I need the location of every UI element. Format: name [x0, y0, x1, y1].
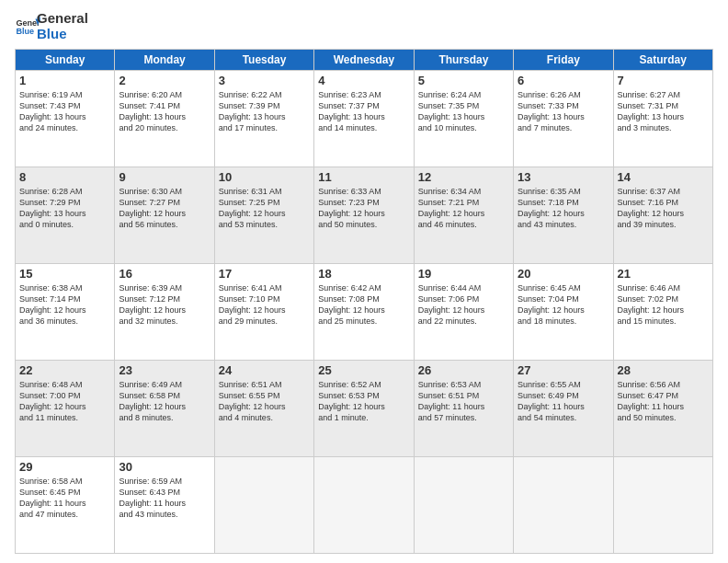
day-number: 21 [618, 267, 709, 281]
cell-info: Sunrise: 6:45 AMSunset: 7:04 PMDaylight:… [518, 282, 609, 327]
day-number: 28 [618, 363, 709, 377]
cell-info: Sunrise: 6:42 AMSunset: 7:08 PMDaylight:… [318, 282, 409, 327]
day-number: 26 [418, 363, 509, 377]
weekday-header-row: SundayMondayTuesdayWednesdayThursdayFrid… [16, 50, 713, 71]
calendar-cell: 14Sunrise: 6:37 AMSunset: 7:16 PMDayligh… [613, 167, 712, 264]
weekday-header: Tuesday [214, 50, 313, 71]
weekday-header: Sunday [16, 50, 115, 71]
page: General Blue General Blue SundayMondayTu… [0, 0, 728, 563]
calendar-cell: 11Sunrise: 6:33 AMSunset: 7:23 PMDayligh… [314, 167, 414, 264]
day-number: 11 [318, 170, 409, 184]
calendar-row: 8Sunrise: 6:28 AMSunset: 7:29 PMDaylight… [16, 167, 713, 264]
day-number: 12 [418, 170, 509, 184]
day-number: 3 [219, 74, 310, 87]
day-number: 24 [219, 363, 310, 377]
calendar-cell: 4Sunrise: 6:23 AMSunset: 7:37 PMDaylight… [314, 71, 414, 167]
calendar-cell: 15Sunrise: 6:38 AMSunset: 7:14 PMDayligh… [16, 264, 115, 361]
day-number: 18 [318, 267, 409, 281]
calendar-cell: 17Sunrise: 6:41 AMSunset: 7:10 PMDayligh… [214, 264, 313, 361]
calendar-cell: 7Sunrise: 6:27 AMSunset: 7:31 PMDaylight… [613, 71, 712, 167]
cell-info: Sunrise: 6:34 AMSunset: 7:21 PMDaylight:… [418, 186, 509, 231]
weekday-header: Monday [115, 50, 214, 71]
calendar-cell: 26Sunrise: 6:53 AMSunset: 6:51 PMDayligh… [414, 361, 513, 457]
logo-general: General [37, 11, 88, 27]
calendar-cell: 10Sunrise: 6:31 AMSunset: 7:25 PMDayligh… [214, 167, 313, 264]
day-number: 4 [318, 74, 409, 87]
calendar-cell: 2Sunrise: 6:20 AMSunset: 7:41 PMDaylight… [115, 71, 214, 167]
day-number: 15 [19, 267, 110, 281]
calendar-cell: 12Sunrise: 6:34 AMSunset: 7:21 PMDayligh… [414, 167, 513, 264]
day-number: 8 [19, 170, 110, 184]
day-number: 30 [119, 460, 210, 474]
cell-info: Sunrise: 6:22 AMSunset: 7:39 PMDaylight:… [219, 89, 310, 134]
cell-info: Sunrise: 6:24 AMSunset: 7:35 PMDaylight:… [418, 89, 509, 134]
svg-text:Blue: Blue [16, 27, 34, 36]
calendar-cell: 27Sunrise: 6:55 AMSunset: 6:49 PMDayligh… [514, 361, 613, 457]
weekday-header: Friday [514, 50, 613, 71]
cell-info: Sunrise: 6:56 AMSunset: 6:47 PMDaylight:… [618, 379, 709, 424]
calendar-cell: 19Sunrise: 6:44 AMSunset: 7:06 PMDayligh… [414, 264, 513, 361]
calendar-row: 22Sunrise: 6:48 AMSunset: 7:00 PMDayligh… [16, 361, 713, 457]
cell-info: Sunrise: 6:26 AMSunset: 7:33 PMDaylight:… [518, 89, 609, 134]
cell-info: Sunrise: 6:39 AMSunset: 7:12 PMDaylight:… [119, 282, 210, 327]
calendar-cell: 18Sunrise: 6:42 AMSunset: 7:08 PMDayligh… [314, 264, 414, 361]
cell-info: Sunrise: 6:35 AMSunset: 7:18 PMDaylight:… [518, 186, 609, 231]
cell-info: Sunrise: 6:59 AMSunset: 6:43 PMDaylight:… [119, 476, 210, 521]
day-number: 17 [219, 267, 310, 281]
calendar-cell: 1Sunrise: 6:19 AMSunset: 7:43 PMDaylight… [16, 71, 115, 167]
calendar-cell: 23Sunrise: 6:49 AMSunset: 6:58 PMDayligh… [115, 361, 214, 457]
weekday-header: Thursday [414, 50, 513, 71]
calendar-cell [214, 457, 313, 554]
day-number: 1 [19, 74, 110, 87]
calendar-cell: 13Sunrise: 6:35 AMSunset: 7:18 PMDayligh… [514, 167, 613, 264]
logo: General Blue General Blue [15, 11, 88, 41]
calendar-cell: 20Sunrise: 6:45 AMSunset: 7:04 PMDayligh… [514, 264, 613, 361]
cell-info: Sunrise: 6:48 AMSunset: 7:00 PMDaylight:… [19, 379, 110, 424]
calendar-cell [314, 457, 414, 554]
calendar-cell [414, 457, 513, 554]
cell-info: Sunrise: 6:33 AMSunset: 7:23 PMDaylight:… [318, 186, 409, 231]
day-number: 10 [219, 170, 310, 184]
day-number: 22 [19, 363, 110, 377]
calendar-row: 1Sunrise: 6:19 AMSunset: 7:43 PMDaylight… [16, 71, 713, 167]
weekday-header: Wednesday [314, 50, 414, 71]
day-number: 27 [518, 363, 609, 377]
day-number: 25 [318, 363, 409, 377]
cell-info: Sunrise: 6:55 AMSunset: 6:49 PMDaylight:… [518, 379, 609, 424]
cell-info: Sunrise: 6:41 AMSunset: 7:10 PMDaylight:… [219, 282, 310, 327]
calendar-row: 15Sunrise: 6:38 AMSunset: 7:14 PMDayligh… [16, 264, 713, 361]
day-number: 7 [618, 74, 709, 87]
calendar-cell [613, 457, 712, 554]
day-number: 23 [119, 363, 210, 377]
calendar-cell: 28Sunrise: 6:56 AMSunset: 6:47 PMDayligh… [613, 361, 712, 457]
day-number: 20 [518, 267, 609, 281]
cell-info: Sunrise: 6:53 AMSunset: 6:51 PMDaylight:… [418, 379, 509, 424]
calendar-cell: 8Sunrise: 6:28 AMSunset: 7:29 PMDaylight… [16, 167, 115, 264]
logo-blue: Blue [37, 27, 88, 42]
cell-info: Sunrise: 6:27 AMSunset: 7:31 PMDaylight:… [618, 89, 709, 134]
day-number: 29 [19, 460, 110, 474]
calendar-cell: 22Sunrise: 6:48 AMSunset: 7:00 PMDayligh… [16, 361, 115, 457]
day-number: 2 [119, 74, 210, 87]
cell-info: Sunrise: 6:19 AMSunset: 7:43 PMDaylight:… [19, 89, 110, 134]
calendar-cell: 5Sunrise: 6:24 AMSunset: 7:35 PMDaylight… [414, 71, 513, 167]
cell-info: Sunrise: 6:28 AMSunset: 7:29 PMDaylight:… [19, 186, 110, 231]
calendar-cell: 6Sunrise: 6:26 AMSunset: 7:33 PMDaylight… [514, 71, 613, 167]
cell-info: Sunrise: 6:20 AMSunset: 7:41 PMDaylight:… [119, 89, 210, 134]
calendar-cell: 30Sunrise: 6:59 AMSunset: 6:43 PMDayligh… [115, 457, 214, 554]
calendar-cell: 9Sunrise: 6:30 AMSunset: 7:27 PMDaylight… [115, 167, 214, 264]
day-number: 5 [418, 74, 509, 87]
calendar-cell: 3Sunrise: 6:22 AMSunset: 7:39 PMDaylight… [214, 71, 313, 167]
day-number: 13 [518, 170, 609, 184]
cell-info: Sunrise: 6:38 AMSunset: 7:14 PMDaylight:… [19, 282, 110, 327]
cell-info: Sunrise: 6:37 AMSunset: 7:16 PMDaylight:… [618, 186, 709, 231]
calendar-cell [514, 457, 613, 554]
day-number: 16 [119, 267, 210, 281]
day-number: 6 [518, 74, 609, 87]
cell-info: Sunrise: 6:51 AMSunset: 6:55 PMDaylight:… [219, 379, 310, 424]
calendar-cell: 16Sunrise: 6:39 AMSunset: 7:12 PMDayligh… [115, 264, 214, 361]
cell-info: Sunrise: 6:46 AMSunset: 7:02 PMDaylight:… [618, 282, 709, 327]
cell-info: Sunrise: 6:23 AMSunset: 7:37 PMDaylight:… [318, 89, 409, 134]
header: General Blue General Blue [15, 11, 713, 41]
weekday-header: Saturday [613, 50, 712, 71]
